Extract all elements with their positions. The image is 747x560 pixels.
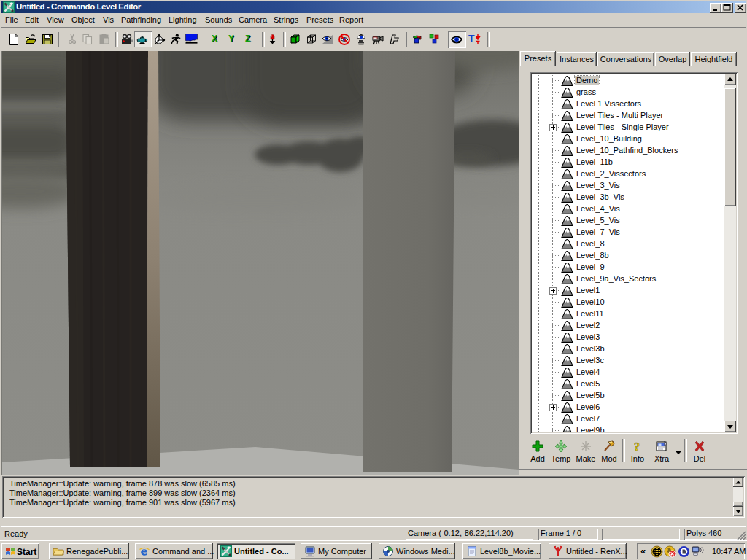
svg-text:?: ? — [634, 440, 640, 453]
